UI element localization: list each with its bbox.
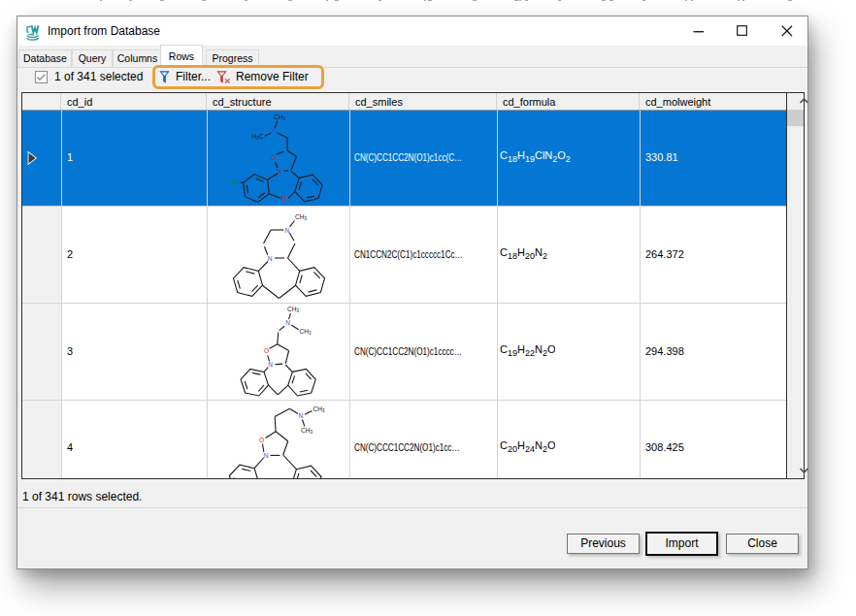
svg-text:N: N <box>268 361 273 368</box>
svg-text:O: O <box>272 154 277 161</box>
svg-text:CH3: CH3 <box>301 427 313 435</box>
svg-text:CH3: CH3 <box>300 328 312 336</box>
svg-text:O: O <box>264 347 269 354</box>
svg-text:N: N <box>285 227 290 234</box>
svg-text:N: N <box>264 452 269 459</box>
svg-text:CH3: CH3 <box>274 113 285 121</box>
svg-text:N: N <box>285 319 290 326</box>
svg-text:N: N <box>299 412 304 419</box>
svg-text:H3C: H3C <box>252 133 264 141</box>
svg-text:CH3: CH3 <box>287 306 299 313</box>
svg-text:N: N <box>272 127 277 134</box>
svg-text:N: N <box>268 255 273 262</box>
svg-text:Cl: Cl <box>232 178 239 185</box>
svg-text:O: O <box>259 437 264 443</box>
svg-text:O: O <box>281 195 286 202</box>
svg-text:CH3: CH3 <box>295 213 307 221</box>
svg-text:CH3: CH3 <box>313 405 325 413</box>
svg-text:N: N <box>277 168 281 175</box>
